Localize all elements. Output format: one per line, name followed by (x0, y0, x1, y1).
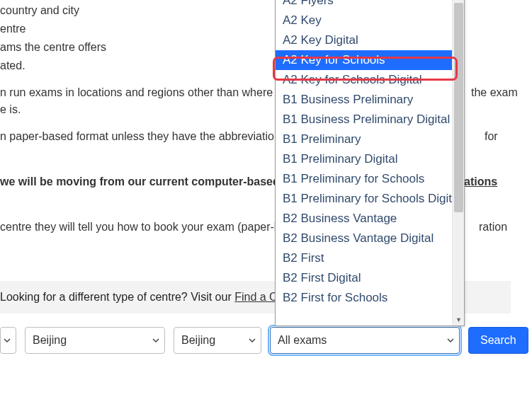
chevron-down-icon (248, 336, 256, 345)
search-button[interactable]: Search (468, 327, 528, 354)
region-select-value: Beijing (33, 334, 67, 347)
exam-option[interactable]: B1 Preliminary for Schools Digital (276, 189, 464, 209)
city-select-value: Beijing (181, 334, 215, 347)
text-line: n paper-based format unless they have th… (0, 130, 294, 143)
exam-option[interactable]: B1 Preliminary for Schools (276, 169, 464, 189)
region-select[interactable]: Beijing (25, 327, 165, 354)
exam-select-value: All exams (278, 334, 327, 347)
text-line: the exam (471, 86, 518, 99)
exam-option[interactable]: B2 Business Vantage Digital (276, 229, 464, 248)
exam-option[interactable]: A2 Key Digital (276, 30, 464, 50)
chevron-down-icon (3, 336, 11, 345)
exam-option[interactable]: B2 First for Schools (276, 288, 464, 308)
text-line-bold: we will be moving from our current compu… (0, 175, 295, 188)
city-select[interactable]: Beijing (174, 327, 261, 354)
text-line: entre (0, 23, 26, 35)
exam-option[interactable]: A2 Flyers (276, 0, 464, 11)
text-line: e is. (0, 103, 21, 116)
exam-option[interactable]: A2 Key for Schools Digital (276, 70, 464, 90)
text-link-fragment[interactable]: ations (464, 175, 497, 188)
exam-option[interactable]: B2 Business Vantage (276, 209, 464, 229)
text-line: ration (479, 221, 507, 234)
text-line: for (485, 130, 498, 143)
exam-option[interactable]: B1 Preliminary (276, 129, 464, 149)
text-line: ams the centre offers (0, 41, 106, 54)
scroll-down-icon[interactable]: ▼ (453, 313, 465, 326)
scrollbar-track[interactable]: ▲ ▼ (452, 0, 464, 326)
exam-dropdown[interactable]: A2 FlyersA2 KeyA2 Key DigitalA2 Key for … (275, 0, 465, 326)
exam-select[interactable]: All exams (270, 327, 460, 354)
exam-option[interactable]: B1 Business Preliminary (276, 90, 464, 110)
exam-option[interactable]: B1 Preliminary Digital (276, 149, 464, 169)
exam-option[interactable]: A2 Key (276, 11, 464, 30)
text-line: n run exams in locations and regions oth… (0, 86, 292, 99)
chevron-down-icon (152, 336, 160, 345)
exam-option[interactable]: A2 Key for Schools (276, 50, 464, 70)
exam-option[interactable]: B2 First (276, 248, 464, 268)
country-select-truncated[interactable] (0, 327, 16, 354)
text-line: ated. (0, 59, 26, 72)
exam-option[interactable]: B2 First Digital (276, 268, 464, 288)
callout-text: Looking for a different type of centre? … (0, 291, 234, 303)
exam-option[interactable]: B1 Business Preliminary Digital (276, 110, 464, 129)
chevron-down-icon (446, 336, 455, 345)
scrollbar-thumb[interactable] (454, 3, 463, 212)
text-line: country and city (0, 4, 79, 17)
text-line: centre they will tell you how to book yo… (0, 221, 293, 234)
